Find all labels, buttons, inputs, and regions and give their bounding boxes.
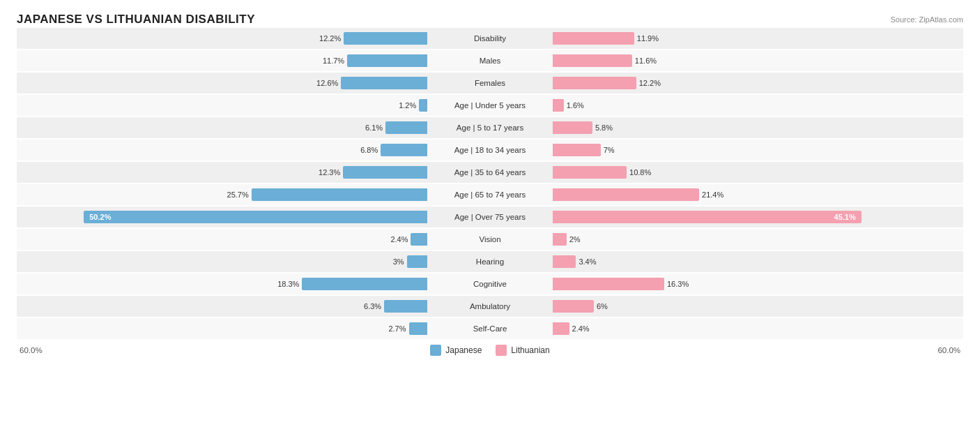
left-area: 6.8%: [17, 140, 427, 160]
bar-row: 50.2%Age | Over 75 years45.1%: [17, 207, 963, 227]
bar-row: 2.7%Self-Care2.4%: [17, 318, 963, 339]
bar-row: 12.6%Females12.2%: [17, 73, 963, 93]
japanese-bar: [347, 54, 427, 67]
lithuanian-bar: [553, 188, 699, 201]
legend-japanese-label: Japanese: [445, 345, 482, 355]
value-left: 6.8%: [360, 146, 378, 154]
value-right: 12.2%: [639, 79, 661, 87]
value-left: 18.3%: [277, 280, 299, 288]
left-area: 12.3%: [17, 162, 427, 183]
value-right: 1.6%: [567, 101, 584, 110]
left-area: 6.1%: [17, 117, 427, 138]
bar-label: Age | 18 to 34 years: [427, 146, 553, 154]
bar-row: 6.3%Ambulatory6%: [17, 296, 963, 317]
lithuanian-bar: [553, 32, 634, 45]
right-area: 21.4%: [553, 184, 963, 205]
lithuanian-bar: [553, 278, 664, 290]
right-area: 1.6%: [553, 95, 963, 116]
lithuanian-bar: [553, 255, 576, 268]
chart-legend: Japanese Lithuanian: [430, 345, 549, 356]
value-left: 2.7%: [388, 324, 406, 333]
japanese-bar: 50.2%: [84, 211, 427, 223]
right-area: 3.4%: [553, 251, 963, 272]
left-area: 1.2%: [17, 95, 427, 116]
left-area: 12.6%: [17, 73, 427, 93]
bar-label: Age | 35 to 64 years: [427, 168, 553, 177]
chart-footer: 60.0% Japanese Lithuanian 60.0%: [17, 345, 963, 356]
legend-japanese-color: [430, 345, 441, 356]
bar-row: 12.3%Age | 35 to 64 years10.8%: [17, 162, 963, 183]
bar-row: 12.2%Disability11.9%: [17, 28, 963, 49]
right-area: 6%: [553, 296, 963, 317]
value-right: 6%: [597, 302, 608, 310]
value-right: 11.9%: [637, 34, 659, 43]
footer-left-label: 60.0%: [20, 346, 75, 354]
bar-label: Age | Under 5 years: [427, 101, 553, 110]
value-left: 11.7%: [323, 57, 344, 65]
value-left: 3%: [393, 257, 404, 266]
japanese-bar: [341, 77, 427, 89]
japanese-bar: [411, 233, 427, 246]
left-area: 3%: [17, 251, 427, 272]
lithuanian-bar: [553, 233, 567, 246]
right-area: 45.1%: [553, 207, 963, 227]
value-left: 12.3%: [319, 168, 340, 177]
bar-label: Age | Over 75 years: [427, 213, 553, 221]
right-area: 12.2%: [553, 73, 963, 93]
value-left: 6.3%: [364, 302, 381, 310]
left-area: 11.7%: [17, 50, 427, 71]
right-area: 10.8%: [553, 162, 963, 183]
footer-right-label: 60.0%: [905, 346, 960, 354]
value-left: 25.7%: [227, 190, 249, 199]
bar-label: Hearing: [427, 257, 553, 266]
bar-row: 18.3%Cognitive16.3%: [17, 274, 963, 294]
value-left: 2.4%: [390, 235, 408, 244]
lithuanian-bar: [553, 121, 592, 134]
bar-row: 2.4%Vision2%: [17, 229, 963, 250]
bar-row: 1.2%Age | Under 5 years1.6%: [17, 95, 963, 116]
value-right: 2.4%: [572, 324, 590, 333]
bar-label: Females: [427, 79, 553, 87]
value-left: 12.6%: [316, 79, 338, 87]
right-area: 7%: [553, 140, 963, 160]
left-area: 6.3%: [17, 296, 427, 317]
right-area: 5.8%: [553, 117, 963, 138]
left-area: 25.7%: [17, 184, 427, 205]
bar-row: 11.7%Males11.6%: [17, 50, 963, 71]
left-area: 50.2%: [17, 207, 427, 227]
left-area: 18.3%: [17, 274, 427, 294]
japanese-bar: [409, 322, 428, 335]
right-area: 2%: [553, 229, 963, 250]
lithuanian-bar: [553, 99, 564, 112]
bar-label: Ambulatory: [427, 302, 553, 310]
right-area: 11.9%: [553, 28, 963, 49]
value-right-inside: 45.1%: [834, 213, 856, 221]
value-left: 1.2%: [399, 101, 416, 110]
value-left: 6.1%: [365, 123, 383, 132]
value-right: 7%: [604, 146, 615, 154]
japanese-bar: [252, 188, 427, 201]
value-right: 3.4%: [579, 257, 596, 266]
japanese-bar: [407, 255, 427, 268]
bar-row: 3%Hearing3.4%: [17, 251, 963, 272]
lithuanian-bar: [553, 54, 632, 67]
left-area: 12.2%: [17, 28, 427, 49]
bar-row: 6.8%Age | 18 to 34 years7%: [17, 140, 963, 160]
bar-label: Disability: [427, 34, 553, 43]
japanese-bar: [384, 300, 427, 313]
value-left: 12.2%: [319, 34, 341, 43]
japanese-bar: [343, 166, 427, 179]
bar-label: Cognitive: [427, 280, 553, 288]
value-left-inside: 50.2%: [89, 213, 111, 221]
lithuanian-bar: [553, 300, 594, 313]
legend-lithuanian: Lithuanian: [496, 345, 549, 356]
value-right: 21.4%: [702, 190, 723, 199]
left-area: 2.7%: [17, 318, 427, 339]
japanese-bar: [344, 32, 427, 45]
chart-container: JAPANESE VS LITHUANIAN DISABILITY Source…: [0, 0, 980, 368]
chart-area: 12.2%Disability11.9%11.7%Males11.6%12.6%…: [17, 28, 963, 339]
legend-lithuanian-color: [496, 345, 507, 356]
right-area: 2.4%: [553, 318, 963, 339]
lithuanian-bar: [553, 144, 601, 156]
legend-japanese: Japanese: [430, 345, 482, 356]
